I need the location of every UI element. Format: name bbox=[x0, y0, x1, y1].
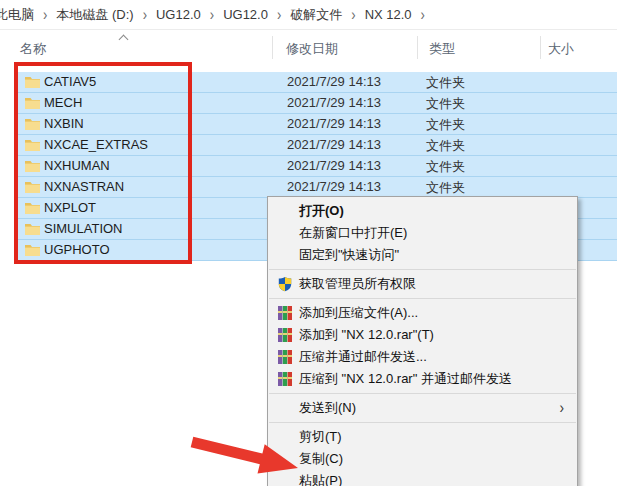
file-name: NXNASTRAN bbox=[44, 179, 124, 194]
menu-item-take-ownership[interactable]: 获取管理员所有权限 bbox=[268, 273, 577, 295]
breadcrumb-chevron-icon: › bbox=[344, 6, 362, 24]
file-date: 2021/7/29 14:13 bbox=[287, 95, 381, 110]
file-row-nxbin[interactable]: NXBIN 2021/7/29 14:13 文件夹 bbox=[14, 114, 617, 135]
breadcrumb-chevron-icon: › bbox=[136, 6, 154, 24]
column-header-name[interactable]: 名称 bbox=[20, 40, 46, 58]
menu-item-label: 粘贴(P) bbox=[299, 472, 342, 486]
column-separator[interactable] bbox=[272, 36, 273, 59]
menu-item-winrar-compress-email[interactable]: 压缩并通过邮件发送... bbox=[268, 346, 577, 368]
folder-icon bbox=[25, 222, 40, 236]
winrar-icon bbox=[277, 371, 293, 387]
breadcrumb-item-nx12[interactable]: NX 12.0 bbox=[363, 7, 414, 22]
file-name: SIMULATION bbox=[44, 221, 123, 236]
menu-item-label: 在新窗口中打开(E) bbox=[299, 224, 407, 242]
menu-item-cut[interactable]: 剪切(T) bbox=[268, 426, 577, 448]
menu-item-winrar-compress-named-email[interactable]: 压缩到 "NX 12.0.rar" 并通过邮件发送 bbox=[268, 368, 577, 390]
file-row-nxcae-extras[interactable]: NXCAE_EXTRAS 2021/7/29 14:13 文件夹 bbox=[14, 135, 617, 156]
menu-item-label: 压缩并通过邮件发送... bbox=[299, 348, 427, 366]
menu-item-label: 发送到(N) bbox=[299, 399, 356, 417]
menu-item-open[interactable]: 打开(O) bbox=[268, 200, 577, 222]
folder-icon bbox=[25, 180, 40, 194]
uac-shield-icon bbox=[277, 276, 293, 292]
column-separator[interactable] bbox=[417, 36, 418, 59]
sort-ascending-icon[interactable] bbox=[120, 36, 128, 44]
pane-divider bbox=[0, 29, 617, 30]
folder-icon bbox=[25, 201, 40, 215]
breadcrumb-item-crack-files[interactable]: 破解文件 bbox=[288, 6, 344, 24]
file-type: 文件夹 bbox=[426, 158, 465, 176]
menu-item-open-new-window[interactable]: 在新窗口中打开(E) bbox=[268, 222, 577, 244]
breadcrumb-chevron-icon: › bbox=[270, 6, 288, 24]
context-menu: 打开(O) 在新窗口中打开(E) 固定到"快速访问" 获取管理员所有权限 添加到… bbox=[267, 196, 578, 486]
explorer-window: 此电脑 › 本地磁盘 (D:) › UG12.0 › UG12.0 › 破解文件… bbox=[0, 0, 617, 486]
menu-item-pin-quick-access[interactable]: 固定到"快速访问" bbox=[268, 244, 577, 266]
menu-item-send-to[interactable]: 发送到(N) › bbox=[268, 397, 577, 419]
column-header-size[interactable]: 大小 bbox=[548, 40, 574, 58]
menu-separator bbox=[269, 393, 576, 394]
file-name: CATIAV5 bbox=[44, 74, 96, 89]
menu-item-label: 打开(O) bbox=[299, 202, 344, 220]
column-separator[interactable] bbox=[540, 36, 541, 59]
file-type: 文件夹 bbox=[426, 116, 465, 134]
file-name: MECH bbox=[44, 95, 82, 110]
file-type: 文件夹 bbox=[426, 74, 465, 92]
winrar-icon bbox=[277, 349, 293, 365]
menu-item-paste[interactable]: 粘贴(P) bbox=[268, 470, 577, 486]
file-name: NXCAE_EXTRAS bbox=[44, 137, 148, 152]
file-date: 2021/7/29 14:13 bbox=[287, 137, 381, 152]
winrar-icon bbox=[277, 305, 293, 321]
menu-item-label: 剪切(T) bbox=[299, 428, 342, 446]
breadcrumb-chevron-icon: › bbox=[36, 6, 54, 24]
file-type: 文件夹 bbox=[426, 137, 465, 155]
breadcrumb: 此电脑 › 本地磁盘 (D:) › UG12.0 › UG12.0 › 破解文件… bbox=[0, 0, 432, 29]
menu-separator bbox=[269, 298, 576, 299]
menu-separator bbox=[269, 269, 576, 270]
file-date: 2021/7/29 14:13 bbox=[287, 179, 381, 194]
file-row-mech[interactable]: MECH 2021/7/29 14:13 文件夹 bbox=[14, 93, 617, 114]
file-date: 2021/7/29 14:13 bbox=[287, 74, 381, 89]
file-row-nxnastran[interactable]: NXNASTRAN 2021/7/29 14:13 文件夹 bbox=[14, 177, 617, 198]
file-row-nxhuman[interactable]: NXHUMAN 2021/7/29 14:13 文件夹 bbox=[14, 156, 617, 177]
file-date: 2021/7/29 14:13 bbox=[287, 158, 381, 173]
file-name: NXBIN bbox=[44, 116, 84, 131]
menu-item-label: 固定到"快速访问" bbox=[299, 246, 399, 264]
breadcrumb-item-ug12-outer[interactable]: UG12.0 bbox=[154, 7, 203, 22]
folder-icon bbox=[25, 96, 40, 110]
breadcrumb-chevron-icon: › bbox=[414, 6, 432, 24]
menu-item-label: 获取管理员所有权限 bbox=[299, 275, 416, 293]
breadcrumb-item-this-pc[interactable]: 此电脑 bbox=[0, 6, 36, 24]
menu-separator bbox=[269, 422, 576, 423]
file-name: UGPHOTO bbox=[44, 242, 110, 257]
file-type: 文件夹 bbox=[426, 95, 465, 113]
file-date: 2021/7/29 14:13 bbox=[287, 116, 381, 131]
column-header-date[interactable]: 修改日期 bbox=[286, 40, 338, 58]
folder-icon bbox=[25, 243, 40, 257]
menu-item-winrar-add-to-named-archive[interactable]: 添加到 "NX 12.0.rar"(T) bbox=[268, 324, 577, 346]
file-name: NXPLOT bbox=[44, 200, 96, 215]
winrar-icon bbox=[277, 327, 293, 343]
file-row-catiav5[interactable]: CATIAV5 2021/7/29 14:13 文件夹 bbox=[14, 72, 617, 93]
folder-icon bbox=[25, 117, 40, 131]
breadcrumb-item-ug12-inner[interactable]: UG12.0 bbox=[221, 7, 270, 22]
submenu-arrow-icon: › bbox=[560, 398, 565, 418]
breadcrumb-chevron-icon: › bbox=[203, 6, 221, 24]
file-type: 文件夹 bbox=[426, 179, 465, 197]
folder-icon bbox=[25, 138, 40, 152]
menu-item-copy[interactable]: 复制(C) bbox=[268, 448, 577, 470]
menu-item-winrar-add-to-archive[interactable]: 添加到压缩文件(A)... bbox=[268, 302, 577, 324]
menu-item-label: 添加到压缩文件(A)... bbox=[299, 304, 418, 322]
folder-icon bbox=[25, 159, 40, 173]
menu-item-label: 复制(C) bbox=[299, 450, 343, 468]
menu-item-label: 添加到 "NX 12.0.rar"(T) bbox=[299, 326, 434, 344]
file-name: NXHUMAN bbox=[44, 158, 110, 173]
menu-item-label: 压缩到 "NX 12.0.rar" 并通过邮件发送 bbox=[299, 370, 512, 388]
column-header-type[interactable]: 类型 bbox=[429, 40, 455, 58]
folder-icon bbox=[25, 75, 40, 89]
breadcrumb-item-local-disk-d[interactable]: 本地磁盘 (D:) bbox=[54, 6, 135, 24]
